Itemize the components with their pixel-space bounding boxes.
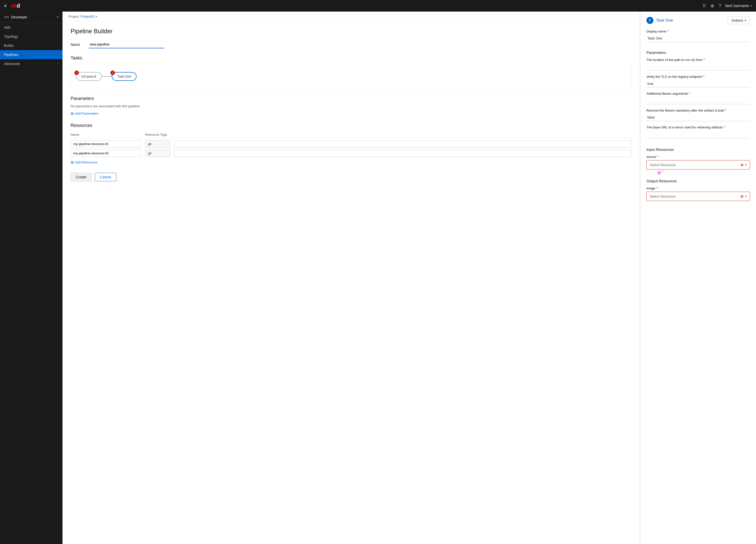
name-input[interactable] [89, 41, 164, 48]
user-menu[interactable]: Ned Username ▾ [725, 4, 752, 8]
panel-task-name: Task One [656, 18, 673, 23]
input-resources-title: Input Resources [646, 147, 750, 152]
task-node-s2i: ! S2i-java-8 ! Task One [76, 72, 137, 81]
name-label: Name [71, 43, 86, 47]
sidebar-context-chevron: ▾ [57, 15, 58, 19]
field-required-path: * [704, 58, 705, 62]
task-avatar: T [646, 17, 653, 24]
username: Ned Username [725, 4, 749, 8]
source-required: * [657, 155, 658, 159]
source-label: source * [646, 155, 750, 159]
sidebar-context[interactable]: </> Developer ▾ [0, 12, 62, 23]
tasks-title: Tasks [71, 55, 632, 61]
name-section: Name [71, 41, 632, 48]
field-input-path[interactable] [646, 63, 750, 71]
source-field-group: source * Select Resource ⊗ ▾ ✳ ☞ [646, 155, 750, 170]
add-resources-link[interactable]: ⊕ Add Resources [71, 160, 97, 165]
page-title: Pipeline Builder [71, 28, 632, 35]
project-name[interactable]: Project01 [81, 15, 95, 18]
field-label-maven-args: Additional Maven arguments * [646, 91, 750, 96]
cursor-rays-icon: ✳ [657, 170, 661, 176]
col-type-header: Resource Type [145, 133, 170, 137]
help-icon[interactable]: ? [719, 3, 721, 9]
output-resources-title: Output Resources [646, 179, 750, 183]
resources-table: Name Resource Type git git [71, 131, 632, 157]
image-dropdown-arrow: ▾ [745, 195, 747, 198]
panel-divider-3 [646, 175, 750, 175]
tasks-section: Tasks ! S2i-java-8 ! Task One [71, 55, 632, 89]
add-parameters-label: Add Parameters [75, 112, 99, 115]
field-label-path: The location of the path to run s2i from… [646, 58, 750, 62]
resource-value-input-2[interactable] [174, 150, 632, 157]
field-label-tls: Verify the TLS on the registry endpoint … [646, 75, 750, 79]
input-resources-section: Input Resources source * Select Resource… [646, 147, 750, 170]
add-icon[interactable]: ⊕ [710, 3, 714, 9]
parameters-panel-title: Parameters [646, 50, 750, 55]
resource-name-input-1[interactable] [71, 140, 141, 148]
content-body: Pipeline Builder Name Tasks ! S2i-java-8 [62, 22, 640, 187]
field-required-tls: * [703, 75, 704, 79]
error-badge-s2i: ! [74, 71, 79, 75]
sidebar-item-pipelines[interactable]: Pipelines [0, 50, 62, 59]
sidebar-item-advanced-label: Advanced [4, 62, 20, 66]
source-dropdown-arrow: ▾ [745, 163, 747, 167]
display-name-input[interactable] [646, 35, 750, 42]
tasks-canvas: ! S2i-java-8 ! Task One [71, 64, 632, 89]
sidebar-item-builds[interactable]: Builds [0, 41, 62, 50]
field-group-path: The location of the path to run s2i from… [646, 58, 750, 71]
source-select[interactable]: Select Resource ⊗ ▾ ✳ ☞ [646, 160, 750, 170]
field-input-tls[interactable] [646, 80, 750, 87]
parameters-panel-section: Parameters The location of the path to r… [646, 50, 750, 138]
resources-table-header: Name Resource Type [71, 131, 632, 138]
actions-label: Actions [732, 18, 743, 22]
cancel-button[interactable]: Cancel [95, 173, 116, 181]
no-params-text: No parameters are associated with this p… [71, 104, 632, 108]
panel-divider-1 [646, 46, 750, 46]
project-chevron[interactable]: ▾ [96, 15, 97, 18]
image-error-icon: ⊗ [740, 194, 744, 199]
field-group-tls: Verify the TLS on the registry endpoint … [646, 75, 750, 87]
task-pill-s2i[interactable]: ! S2i-java-8 [76, 72, 102, 81]
sidebar-item-add[interactable]: Add [0, 23, 62, 32]
error-badge-taskone: ! [110, 71, 115, 75]
task-label-s2i: S2i-java-8 [81, 75, 96, 78]
table-row: git [71, 150, 632, 157]
image-label: image * [646, 186, 750, 190]
field-required-maven-repo: * [725, 108, 726, 112]
resources-title: Resources [71, 123, 632, 128]
parameters-section: Parameters No parameters are associated … [71, 96, 632, 116]
actions-chevron: ▾ [745, 19, 746, 22]
create-button[interactable]: Create [71, 173, 92, 181]
sidebar-item-builds-label: Builds [4, 44, 14, 48]
hamburger-menu[interactable]: ≡ [4, 3, 7, 9]
field-required-maven-args: * [689, 91, 690, 96]
sidebar-item-advanced[interactable]: Advanced › [0, 59, 62, 68]
resource-name-input-2[interactable] [71, 150, 141, 157]
add-parameters-link[interactable]: ⊕ Add Parameters [71, 111, 99, 116]
apps-icon[interactable]: ⠿ [703, 3, 706, 9]
parameters-title: Parameters [71, 96, 632, 101]
add-resources-plus-icon: ⊕ [71, 160, 74, 165]
user-menu-chevron: ▾ [750, 4, 752, 8]
sidebar-item-topology[interactable]: Topology [0, 32, 62, 41]
field-group-mirror-url: The base URL of a mirror used for retrie… [646, 125, 750, 138]
actions-dropdown[interactable]: Actions ▾ [728, 17, 750, 24]
field-input-mirror-url[interactable] [646, 131, 750, 138]
image-placeholder: Select Resource [650, 195, 740, 199]
task-pill-taskone[interactable]: ! Task One [112, 72, 137, 81]
image-field-group: image * Select Resource ⊗ ▾ [646, 186, 750, 201]
developer-icon: </> [4, 15, 9, 19]
col-value-header [174, 133, 632, 137]
source-placeholder: Select Resource [650, 163, 740, 167]
display-name-required: * [667, 29, 669, 33]
field-input-maven-args[interactable] [646, 97, 750, 104]
field-group-maven-repo: Remove the Maven repository after the ar… [646, 108, 750, 121]
panel-title-row: T Task One [646, 17, 673, 24]
resource-value-input-1[interactable] [174, 140, 632, 148]
field-group-maven-args: Additional Maven arguments * [646, 91, 750, 104]
field-input-maven-repo[interactable] [646, 114, 750, 121]
image-select[interactable]: Select Resource ⊗ ▾ [646, 192, 750, 201]
col-name-header: Name [71, 133, 141, 137]
task-label-taskone: Task One [117, 75, 131, 78]
main-content: Project: Project01 ▾ Pipeline Builder Na… [62, 12, 640, 544]
